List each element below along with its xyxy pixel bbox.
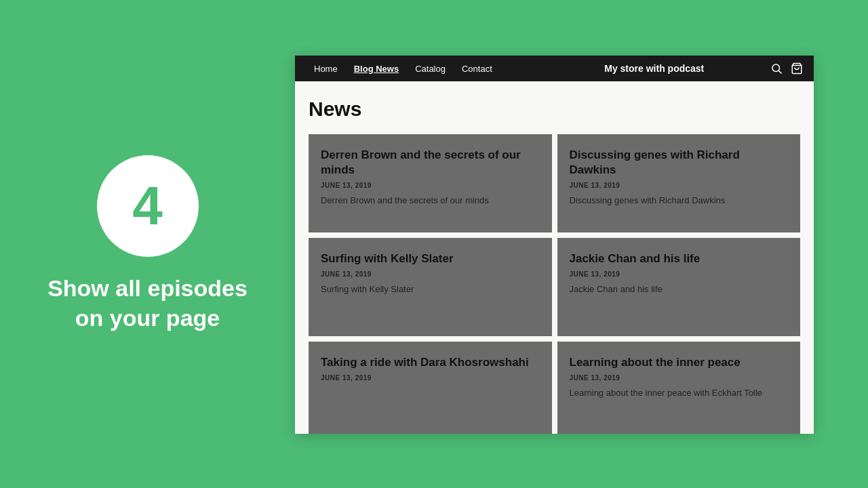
card-item[interactable]: Derren Brown and the secrets of our mind… bbox=[309, 134, 552, 232]
card-item[interactable]: Learning about the inner peace JUNE 13, … bbox=[557, 342, 801, 434]
card-date: JUNE 13, 2019 bbox=[321, 182, 540, 189]
card-desc: Derren Brown and the secrets of our mind… bbox=[321, 195, 540, 207]
store-brand: My store with podcast bbox=[538, 63, 771, 74]
page-title: News bbox=[309, 98, 800, 121]
card-desc: Learning about the inner peace with Eckh… bbox=[570, 387, 789, 399]
card-desc: Surfing with Kelly Slater bbox=[321, 283, 540, 296]
svg-line-1 bbox=[778, 70, 781, 73]
browser-window: Home Blog News Catalog Contact My store … bbox=[295, 56, 814, 434]
content-area: News Derren Brown and the secrets of our… bbox=[295, 81, 814, 434]
card-title: Surfing with Kelly Slater bbox=[321, 251, 540, 266]
card-desc: Jackie Chan and his life bbox=[570, 283, 789, 296]
nav-actions bbox=[770, 62, 803, 75]
card-date: JUNE 13, 2019 bbox=[570, 270, 789, 278]
card-date: JUNE 13, 2019 bbox=[570, 374, 789, 382]
card-item[interactable]: Taking a ride with Dara Khosrowshahi JUN… bbox=[309, 342, 552, 434]
left-panel: 4 Show all episodeson your page bbox=[0, 0, 295, 488]
card-title: Jackie Chan and his life bbox=[570, 251, 789, 266]
search-icon[interactable] bbox=[770, 62, 783, 75]
nav-links: Home Blog News Catalog Contact bbox=[306, 56, 538, 81]
card-date: JUNE 13, 2019 bbox=[321, 374, 540, 382]
card-item[interactable]: Jackie Chan and his life JUNE 13, 2019 J… bbox=[557, 238, 801, 336]
card-title: Derren Brown and the secrets of our mind… bbox=[321, 148, 540, 178]
card-title: Discussing genes with Richard Dawkins bbox=[570, 148, 789, 178]
cards-grid: Derren Brown and the secrets of our mind… bbox=[309, 134, 800, 434]
svg-point-0 bbox=[772, 64, 780, 72]
cart-icon[interactable] bbox=[791, 62, 803, 75]
step-number: 4 bbox=[132, 179, 163, 233]
card-title: Learning about the inner peace bbox=[570, 355, 789, 370]
card-date: JUNE 13, 2019 bbox=[321, 270, 540, 278]
step-description: Show all episodeson your page bbox=[47, 273, 248, 333]
card-item[interactable]: Discussing genes with Richard Dawkins JU… bbox=[557, 134, 801, 232]
nav-blog-news[interactable]: Blog News bbox=[346, 56, 407, 81]
nav-contact[interactable]: Contact bbox=[454, 56, 500, 81]
card-item[interactable]: Surfing with Kelly Slater JUNE 13, 2019 … bbox=[309, 238, 552, 336]
nav-home[interactable]: Home bbox=[306, 56, 346, 81]
card-date: JUNE 13, 2019 bbox=[570, 182, 789, 189]
card-desc: Discussing genes with Richard Dawkins bbox=[570, 195, 789, 207]
nav-catalog[interactable]: Catalog bbox=[407, 56, 454, 81]
step-badge: 4 bbox=[97, 155, 199, 257]
navbar: Home Blog News Catalog Contact My store … bbox=[295, 56, 814, 81]
card-title: Taking a ride with Dara Khosrowshahi bbox=[321, 355, 540, 370]
